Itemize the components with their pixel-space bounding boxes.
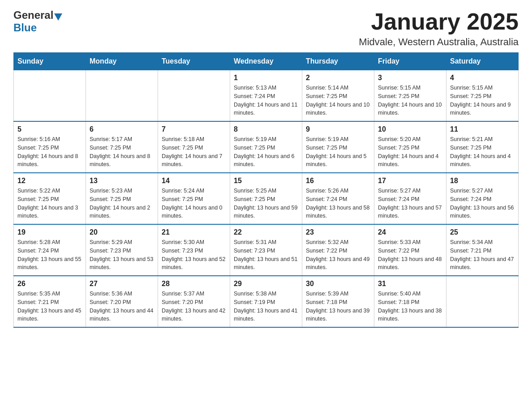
calendar-cell-week1-day3 [158,70,230,122]
calendar-cell-week2-day2: 6Sunrise: 5:17 AMSunset: 7:25 PMDaylight… [86,121,158,173]
calendar-cell-week5-day5: 30Sunrise: 5:39 AMSunset: 7:18 PMDayligh… [302,276,374,327]
day-number: 26 [17,280,82,288]
calendar-cell-week2-day1: 5Sunrise: 5:16 AMSunset: 7:25 PMDaylight… [14,121,86,173]
day-info: Sunrise: 5:40 AMSunset: 7:18 PMDaylight:… [378,290,442,323]
day-info: Sunrise: 5:31 AMSunset: 7:23 PMDaylight:… [234,238,298,272]
day-number: 30 [306,280,370,288]
calendar-cell-week3-day2: 13Sunrise: 5:23 AMSunset: 7:25 PMDayligh… [86,173,158,224]
calendar-cell-week4-day2: 20Sunrise: 5:29 AMSunset: 7:23 PMDayligh… [86,224,158,276]
day-info: Sunrise: 5:26 AMSunset: 7:24 PMDaylight:… [306,187,370,220]
day-info: Sunrise: 5:34 AMSunset: 7:21 PMDaylight:… [450,238,515,272]
calendar-cell-week5-day2: 27Sunrise: 5:36 AMSunset: 7:20 PMDayligh… [86,276,158,327]
calendar-cell-week3-day3: 14Sunrise: 5:24 AMSunset: 7:25 PMDayligh… [158,173,230,224]
header-day-sunday: Sunday [14,53,86,70]
calendar-cell-week4-day7: 25Sunrise: 5:34 AMSunset: 7:21 PMDayligh… [446,224,519,276]
calendar-cell-week4-day5: 23Sunrise: 5:32 AMSunset: 7:22 PMDayligh… [302,224,374,276]
day-number: 27 [90,280,154,288]
header-day-saturday: Saturday [446,53,519,70]
calendar-body: 1Sunrise: 5:13 AMSunset: 7:24 PMDaylight… [14,70,519,328]
day-number: 21 [162,228,226,236]
header-day-tuesday: Tuesday [158,53,230,70]
day-info: Sunrise: 5:27 AMSunset: 7:24 PMDaylight:… [378,187,442,220]
calendar-week-4: 19Sunrise: 5:28 AMSunset: 7:24 PMDayligh… [14,224,519,276]
calendar-cell-week3-day6: 17Sunrise: 5:27 AMSunset: 7:24 PMDayligh… [374,173,446,224]
day-number: 16 [306,177,370,185]
calendar-cell-week2-day3: 7Sunrise: 5:18 AMSunset: 7:25 PMDaylight… [158,121,230,173]
day-info: Sunrise: 5:30 AMSunset: 7:23 PMDaylight:… [162,238,226,272]
page-header: General Blue January 2025 Midvale, Weste… [13,9,519,48]
logo: General Blue [13,9,62,34]
calendar-cell-week5-day4: 29Sunrise: 5:38 AMSunset: 7:19 PMDayligh… [230,276,302,327]
day-info: Sunrise: 5:28 AMSunset: 7:24 PMDaylight:… [17,238,82,272]
day-number: 22 [234,228,298,236]
day-info: Sunrise: 5:32 AMSunset: 7:22 PMDaylight:… [306,238,370,272]
calendar-cell-week2-day7: 11Sunrise: 5:21 AMSunset: 7:25 PMDayligh… [446,121,519,173]
day-info: Sunrise: 5:13 AMSunset: 7:24 PMDaylight:… [234,84,298,117]
day-info: Sunrise: 5:39 AMSunset: 7:18 PMDaylight:… [306,290,370,323]
day-info: Sunrise: 5:27 AMSunset: 7:24 PMDaylight:… [450,187,515,220]
day-info: Sunrise: 5:35 AMSunset: 7:21 PMDaylight:… [17,290,82,323]
calendar-cell-week2-day6: 10Sunrise: 5:20 AMSunset: 7:25 PMDayligh… [374,121,446,173]
calendar-cell-week2-day4: 8Sunrise: 5:19 AMSunset: 7:25 PMDaylight… [230,121,302,173]
calendar-cell-week4-day4: 22Sunrise: 5:31 AMSunset: 7:23 PMDayligh… [230,224,302,276]
day-info: Sunrise: 5:25 AMSunset: 7:25 PMDaylight:… [234,187,298,220]
day-info: Sunrise: 5:23 AMSunset: 7:25 PMDaylight:… [90,187,154,220]
header-day-friday: Friday [374,53,446,70]
day-number: 19 [17,228,82,236]
calendar-cell-week1-day4: 1Sunrise: 5:13 AMSunset: 7:24 PMDaylight… [230,70,302,122]
calendar-cell-week3-day7: 18Sunrise: 5:27 AMSunset: 7:24 PMDayligh… [446,173,519,224]
day-info: Sunrise: 5:16 AMSunset: 7:25 PMDaylight:… [17,135,82,169]
day-info: Sunrise: 5:22 AMSunset: 7:25 PMDaylight:… [17,187,82,220]
calendar-cell-week1-day2 [86,70,158,122]
calendar-cell-week1-day7: 4Sunrise: 5:15 AMSunset: 7:25 PMDaylight… [446,70,519,122]
calendar-cell-week3-day1: 12Sunrise: 5:22 AMSunset: 7:25 PMDayligh… [14,173,86,224]
logo-arrow-icon [54,13,62,21]
day-number: 15 [234,177,298,185]
title-section: January 2025 Midvale, Western Australia,… [359,9,519,48]
calendar-week-3: 12Sunrise: 5:22 AMSunset: 7:25 PMDayligh… [14,173,519,224]
day-number: 10 [378,125,442,133]
calendar-cell-week1-day5: 2Sunrise: 5:14 AMSunset: 7:25 PMDaylight… [302,70,374,122]
day-number: 8 [234,125,298,133]
day-number: 11 [450,125,515,133]
day-number: 28 [162,280,226,288]
calendar-header: SundayMondayTuesdayWednesdayThursdayFrid… [14,53,519,70]
calendar-cell-week4-day3: 21Sunrise: 5:30 AMSunset: 7:23 PMDayligh… [158,224,230,276]
calendar-cell-week5-day3: 28Sunrise: 5:37 AMSunset: 7:20 PMDayligh… [158,276,230,327]
day-number: 31 [378,280,442,288]
calendar-cell-week1-day6: 3Sunrise: 5:15 AMSunset: 7:25 PMDaylight… [374,70,446,122]
header-row: SundayMondayTuesdayWednesdayThursdayFrid… [14,53,519,70]
day-number: 25 [450,228,515,236]
day-number: 29 [234,280,298,288]
calendar-cell-week5-day7 [446,276,519,327]
calendar-cell-week5-day1: 26Sunrise: 5:35 AMSunset: 7:21 PMDayligh… [14,276,86,327]
logo-general-text: General [13,9,53,21]
day-number: 5 [17,125,82,133]
calendar-cell-week2-day5: 9Sunrise: 5:19 AMSunset: 7:25 PMDaylight… [302,121,374,173]
day-info: Sunrise: 5:24 AMSunset: 7:25 PMDaylight:… [162,187,226,220]
calendar-week-5: 26Sunrise: 5:35 AMSunset: 7:21 PMDayligh… [14,276,519,327]
day-info: Sunrise: 5:14 AMSunset: 7:25 PMDaylight:… [306,84,370,117]
day-info: Sunrise: 5:20 AMSunset: 7:25 PMDaylight:… [378,135,442,169]
day-info: Sunrise: 5:18 AMSunset: 7:25 PMDaylight:… [162,135,226,169]
day-info: Sunrise: 5:37 AMSunset: 7:20 PMDaylight:… [162,290,226,323]
day-info: Sunrise: 5:15 AMSunset: 7:25 PMDaylight:… [450,84,515,117]
day-number: 7 [162,125,226,133]
calendar-table: SundayMondayTuesdayWednesdayThursdayFrid… [13,52,519,328]
day-number: 3 [378,74,442,82]
calendar-cell-week1-day1 [14,70,86,122]
day-info: Sunrise: 5:19 AMSunset: 7:25 PMDaylight:… [306,135,370,169]
day-number: 12 [17,177,82,185]
calendar-cell-week4-day6: 24Sunrise: 5:33 AMSunset: 7:22 PMDayligh… [374,224,446,276]
calendar-title: January 2025 [359,9,519,34]
day-number: 9 [306,125,370,133]
day-number: 24 [378,228,442,236]
day-info: Sunrise: 5:21 AMSunset: 7:25 PMDaylight:… [450,135,515,169]
day-number: 18 [450,177,515,185]
day-number: 1 [234,74,298,82]
calendar-subtitle: Midvale, Western Australia, Australia [359,36,519,48]
day-info: Sunrise: 5:15 AMSunset: 7:25 PMDaylight:… [378,84,442,117]
calendar-week-2: 5Sunrise: 5:16 AMSunset: 7:25 PMDaylight… [14,121,519,173]
calendar-week-1: 1Sunrise: 5:13 AMSunset: 7:24 PMDaylight… [14,70,519,122]
header-day-monday: Monday [86,53,158,70]
